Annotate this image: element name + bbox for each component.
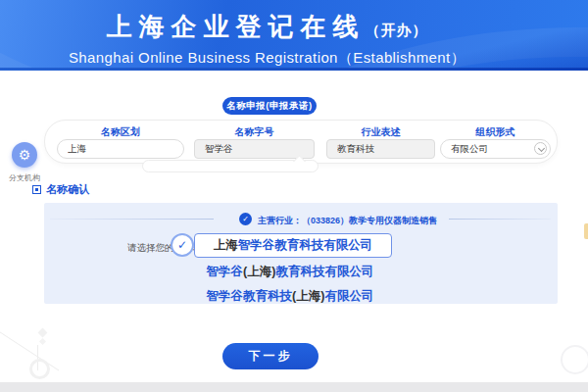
network-decor xyxy=(37,345,38,370)
next-step-button[interactable]: 下一步 xyxy=(222,343,318,369)
option-segment: (上海) xyxy=(243,265,275,278)
network-decor xyxy=(39,338,46,345)
company-name-option-3[interactable]: 智学谷教育科技(上海)有限公司 xyxy=(188,288,392,304)
gear-icon: ⚙ xyxy=(19,147,31,163)
page-title-zh: 上海企业登记在线 xyxy=(107,12,366,41)
organization-form-value: 有限公司 xyxy=(451,143,488,154)
corner-circle-decor xyxy=(561,345,588,374)
main-industry-value: （033826）教学专用仪器制造销售 xyxy=(302,216,437,225)
network-decor xyxy=(29,359,50,379)
option-segment: 有限公司 xyxy=(324,289,373,303)
branch-office-label: 分支机构 xyxy=(2,172,47,183)
network-decor xyxy=(0,331,59,370)
option-segment: 智学谷 xyxy=(207,265,244,278)
divider-left xyxy=(50,219,214,220)
page-title-suffix: （开办） xyxy=(366,22,428,38)
option-segment: 教育科技有限公司 xyxy=(275,265,373,278)
footer-strip xyxy=(0,382,588,392)
main-industry-line: 主营行业：（033826）教学专用仪器制造销售 xyxy=(258,215,437,227)
selected-check-icon: ✓ xyxy=(171,233,194,257)
field-label-organization-form: 组织形式 xyxy=(440,125,551,139)
name-confirmation-panel: ✓ 主营行业：（033826）教学专用仪器制造销售 请选择您的企业名称： ✓ 上… xyxy=(44,203,558,304)
name-division-input[interactable] xyxy=(57,139,184,159)
page-title: 上海企业登记在线（开办） xyxy=(0,10,534,44)
divider-right xyxy=(449,219,551,220)
option-segment: 智学谷教育科技 xyxy=(207,289,293,303)
page-header: 上海企业登记在线（开办） Shanghai Online Business Re… xyxy=(0,0,588,71)
company-name-option-2[interactable]: 智学谷(上海)教育科技有限公司 xyxy=(188,264,392,279)
network-decor xyxy=(38,328,48,338)
page: { "header": { "title": "上海企业登记在线", "titl… xyxy=(0,0,588,392)
page-subtitle-en: Shanghai Online Business Registration（Es… xyxy=(0,49,534,68)
organization-form-select[interactable]: 有限公司 xyxy=(440,139,551,159)
field-tooltip-stub xyxy=(142,160,318,172)
check-circle-icon: ✓ xyxy=(239,213,252,225)
option-segment: 智学谷教育科技有限公司 xyxy=(238,238,373,252)
section-square-icon xyxy=(32,185,41,194)
industry-description-input[interactable] xyxy=(326,139,435,159)
field-label-name-division: 名称区划 xyxy=(57,125,184,139)
branch-office-button[interactable]: ⚙ xyxy=(12,142,37,168)
option-segment: 上海 xyxy=(214,238,238,252)
edge-accent-decor xyxy=(584,223,588,239)
main-industry-label: 主营行业： xyxy=(258,216,302,225)
section-title-name-confirmation: 名称确认 xyxy=(46,182,89,197)
field-label-name-brand: 名称字号 xyxy=(194,125,315,139)
field-label-industry-description: 行业表述 xyxy=(326,125,435,139)
chevron-down-icon xyxy=(534,142,547,155)
header-text-block: 上海企业登记在线（开办） Shanghai Online Business Re… xyxy=(0,10,534,68)
step-badge-name-declaration[interactable]: 名称申报(申报承诺) xyxy=(222,97,317,115)
header-bottom-stripe xyxy=(0,68,588,71)
name-brand-input[interactable] xyxy=(194,139,315,159)
option-segment: (上海) xyxy=(292,289,324,303)
company-name-option-1[interactable]: 上海智学谷教育科技有限公司 xyxy=(194,233,392,258)
